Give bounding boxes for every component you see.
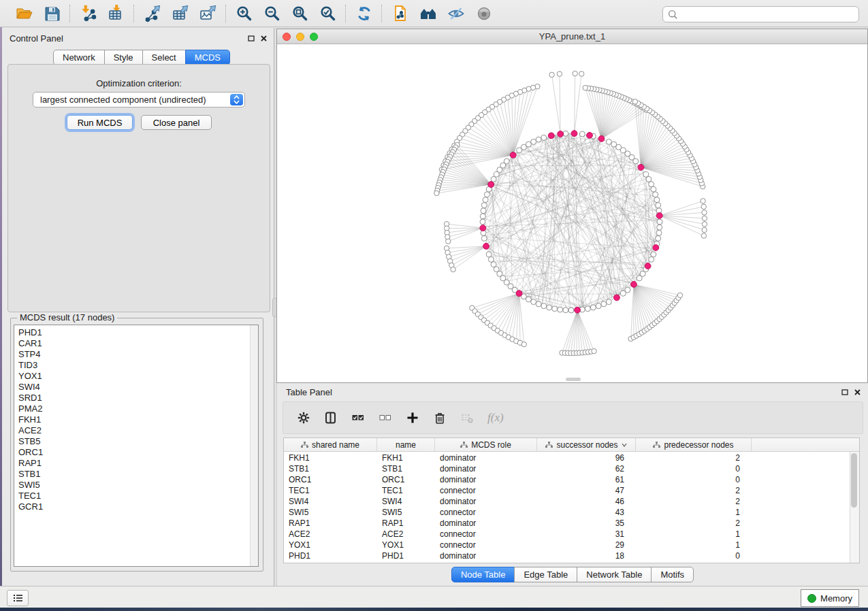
column-header-shared-name[interactable]: shared name	[284, 438, 377, 451]
table-cell[interactable]: connector	[435, 486, 537, 495]
column-header-MCDS-role[interactable]: MCDS role	[435, 438, 537, 451]
import-network-icon[interactable]	[79, 4, 97, 22]
column-header-successor-nodes[interactable]: successor nodes	[537, 438, 636, 451]
memory-button[interactable]: Memory	[801, 589, 859, 607]
settings-gear-icon[interactable]	[297, 411, 310, 425]
table-cell[interactable]: TEC1	[284, 486, 377, 495]
mcds-result-item[interactable]: SRD1	[14, 393, 258, 403]
mcds-result-item[interactable]: TEC1	[14, 491, 258, 501]
table-cell[interactable]: PHD1	[377, 551, 435, 561]
binoculars-icon[interactable]	[419, 4, 437, 22]
hide-selected-icon[interactable]	[447, 4, 465, 22]
node-table-scrollbar[interactable]	[850, 452, 859, 563]
table-cell[interactable]: dominator	[435, 497, 537, 506]
mcds-result-item[interactable]: TID3	[14, 360, 258, 371]
network-window-titlebar[interactable]: YPA_prune.txt_1	[277, 29, 867, 44]
column-header-name[interactable]: name	[377, 438, 435, 451]
search-input[interactable]	[681, 7, 858, 21]
close-table-panel-icon[interactable]	[854, 387, 861, 397]
table-cell[interactable]: STB1	[377, 464, 435, 474]
mcds-result-item[interactable]: RAP1	[14, 458, 258, 469]
table-cell[interactable]: dominator	[435, 551, 537, 561]
table-cell[interactable]: connector	[435, 529, 537, 539]
table-cell[interactable]: FKH1	[377, 453, 435, 463]
tab-style[interactable]: Style	[104, 50, 143, 65]
table-cell[interactable]: 0	[636, 475, 752, 484]
mcds-result-item[interactable]: GCR1	[14, 501, 258, 512]
table-cell[interactable]: dominator	[435, 453, 537, 463]
delete-row-icon[interactable]	[433, 411, 447, 425]
mcds-result-item[interactable]: STP4	[14, 349, 258, 360]
table-cell[interactable]: 96	[537, 453, 636, 463]
tab-network[interactable]: Network	[53, 50, 105, 65]
mcds-result-item[interactable]: FKH1	[14, 414, 258, 425]
table-cell[interactable]: PHD1	[284, 551, 377, 561]
add-row-icon[interactable]	[406, 411, 419, 425]
close-panel-button[interactable]: Close panel	[141, 115, 212, 130]
mcds-result-item[interactable]: PMA2	[14, 403, 258, 414]
optimization-criterion-select[interactable]: largest connected component (undirected)	[33, 92, 245, 108]
table-cell[interactable]: 18	[537, 551, 636, 561]
tab-node-table[interactable]: Node Table	[451, 567, 515, 582]
table-cell[interactable]: 1	[636, 529, 752, 539]
tab-network-table[interactable]: Network Table	[577, 567, 652, 582]
table-cell[interactable]: 46	[537, 497, 636, 506]
table-cell[interactable]: 0	[636, 464, 752, 474]
mcds-result-item[interactable]: SWI5	[14, 480, 258, 491]
zoom-selected-icon[interactable]	[319, 4, 337, 22]
table-cell[interactable]: 62	[537, 464, 636, 474]
table-cell[interactable]: 29	[537, 540, 636, 550]
table-cell[interactable]: STB1	[284, 464, 377, 474]
table-cell[interactable]: 61	[537, 475, 636, 484]
mcds-result-item[interactable]: PHD1	[14, 327, 258, 338]
open-icon[interactable]	[15, 4, 33, 22]
table-cell[interactable]: 1	[636, 508, 752, 517]
table-cell[interactable]: 0	[636, 551, 752, 561]
table-cell[interactable]: connector	[435, 540, 537, 550]
task-history-button[interactable]	[7, 590, 29, 606]
run-mcds-button[interactable]: Run MCDS	[67, 115, 133, 130]
network-graph-canvas[interactable]	[277, 44, 867, 382]
table-cell[interactable]: YOX1	[284, 540, 377, 550]
table-cell[interactable]: YOX1	[377, 540, 435, 550]
table-cell[interactable]: TEC1	[377, 486, 435, 495]
table-cell[interactable]: 2	[636, 518, 752, 528]
mcds-list-scrollbar[interactable]	[250, 325, 258, 566]
table-cell[interactable]: SWI4	[284, 497, 377, 506]
table-cell[interactable]: ACE2	[284, 529, 377, 539]
import-table-icon[interactable]	[107, 4, 125, 22]
export-image-icon[interactable]	[199, 4, 217, 22]
tab-edge-table[interactable]: Edge Table	[514, 567, 577, 582]
float-table-panel-icon[interactable]	[841, 387, 848, 397]
table-cell[interactable]: dominator	[435, 518, 537, 528]
table-cell[interactable]: 1	[636, 540, 752, 550]
table-cell[interactable]: 31	[537, 529, 636, 539]
export-table-icon[interactable]	[171, 4, 189, 22]
show-all-icon[interactable]	[475, 4, 493, 22]
table-cell[interactable]: FKH1	[284, 453, 377, 463]
table-cell[interactable]: ORC1	[377, 475, 435, 484]
mcds-result-item[interactable]: STB1	[14, 469, 258, 480]
apply-layout-icon[interactable]	[355, 4, 373, 22]
table-cell[interactable]: connector	[435, 508, 537, 517]
export-network-icon[interactable]	[143, 4, 161, 22]
float-panel-icon[interactable]	[248, 33, 255, 44]
mcds-result-item[interactable]: SWI4	[14, 382, 258, 393]
select-all-icon[interactable]	[351, 411, 365, 425]
mcds-result-item[interactable]: ACE2	[14, 425, 258, 436]
column-header-predecessor-nodes[interactable]: predecessor nodes	[636, 438, 752, 451]
table-cell[interactable]: SWI4	[377, 497, 435, 506]
table-cell[interactable]: 2	[636, 497, 752, 506]
close-panel-icon[interactable]	[261, 33, 267, 44]
table-cell[interactable]: 2	[636, 486, 752, 495]
table-cell[interactable]: RAP1	[377, 518, 435, 528]
table-cell[interactable]: dominator	[435, 475, 537, 484]
network-hscroll-thumb[interactable]	[566, 378, 581, 381]
tab-select[interactable]: Select	[142, 50, 186, 65]
save-icon[interactable]	[43, 4, 61, 22]
table-cell[interactable]: dominator	[435, 464, 537, 474]
table-cell[interactable]: RAP1	[284, 518, 377, 528]
deselect-all-icon[interactable]	[379, 411, 392, 425]
table-cell[interactable]: ACE2	[377, 529, 435, 539]
table-cell[interactable]: 2	[636, 453, 752, 463]
